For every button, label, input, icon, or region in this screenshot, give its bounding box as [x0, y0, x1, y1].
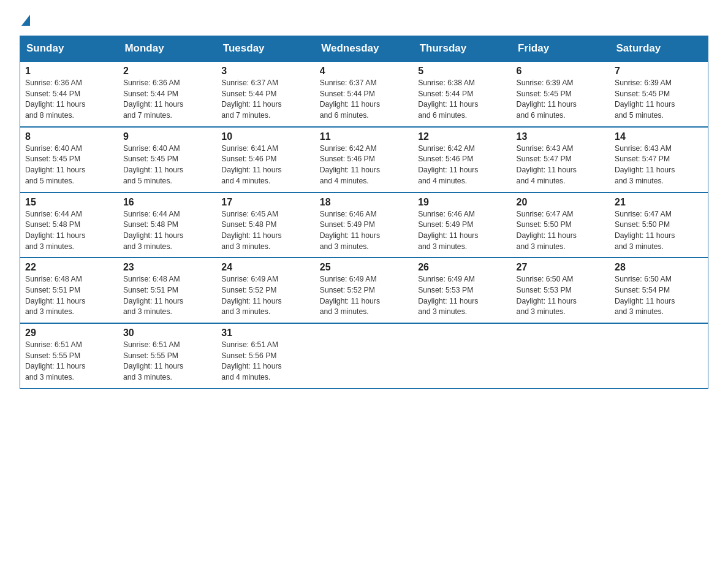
calendar-cell: 24Sunrise: 6:49 AMSunset: 5:52 PMDayligh… [216, 258, 314, 323]
day-info: Sunrise: 6:49 AMSunset: 5:52 PMDaylight:… [320, 275, 380, 316]
day-info: Sunrise: 6:50 AMSunset: 5:53 PMDaylight:… [517, 275, 577, 316]
calendar-cell: 25Sunrise: 6:49 AMSunset: 5:52 PMDayligh… [315, 258, 413, 323]
day-number: 23 [123, 262, 211, 273]
day-number: 18 [320, 197, 408, 208]
calendar-cell [315, 323, 413, 388]
calendar-cell: 30Sunrise: 6:51 AMSunset: 5:55 PMDayligh… [118, 323, 216, 388]
day-info: Sunrise: 6:37 AMSunset: 5:44 PMDaylight:… [221, 79, 281, 120]
calendar-cell: 7Sunrise: 6:39 AMSunset: 5:45 PMDaylight… [610, 61, 708, 127]
day-number: 13 [517, 131, 605, 142]
day-number: 5 [418, 66, 506, 77]
day-header-friday: Friday [512, 36, 610, 62]
day-info: Sunrise: 6:47 AMSunset: 5:50 PMDaylight:… [517, 210, 577, 251]
day-number: 2 [123, 66, 211, 77]
day-header-sunday: Sunday [20, 36, 118, 62]
calendar-cell: 31Sunrise: 6:51 AMSunset: 5:56 PMDayligh… [216, 323, 314, 388]
day-info: Sunrise: 6:49 AMSunset: 5:53 PMDaylight:… [418, 275, 478, 316]
calendar-week-row: 29Sunrise: 6:51 AMSunset: 5:55 PMDayligh… [20, 323, 708, 388]
day-info: Sunrise: 6:43 AMSunset: 5:47 PMDaylight:… [517, 144, 577, 185]
day-number: 8 [25, 131, 113, 142]
day-number: 25 [320, 262, 408, 273]
day-number: 19 [418, 197, 506, 208]
day-number: 9 [123, 131, 211, 142]
calendar-cell: 16Sunrise: 6:44 AMSunset: 5:48 PMDayligh… [118, 193, 216, 258]
calendar-cell: 22Sunrise: 6:48 AMSunset: 5:51 PMDayligh… [20, 258, 118, 323]
page-header [20, 15, 708, 25]
calendar-week-row: 15Sunrise: 6:44 AMSunset: 5:48 PMDayligh… [20, 193, 708, 258]
day-info: Sunrise: 6:43 AMSunset: 5:47 PMDaylight:… [615, 144, 675, 185]
day-number: 28 [615, 262, 703, 273]
day-info: Sunrise: 6:51 AMSunset: 5:55 PMDaylight:… [25, 340, 85, 381]
calendar-week-row: 1Sunrise: 6:36 AMSunset: 5:44 PMDaylight… [20, 61, 708, 127]
day-info: Sunrise: 6:50 AMSunset: 5:54 PMDaylight:… [615, 275, 675, 316]
calendar-cell: 27Sunrise: 6:50 AMSunset: 5:53 PMDayligh… [512, 258, 610, 323]
day-number: 27 [517, 262, 605, 273]
calendar-cell: 13Sunrise: 6:43 AMSunset: 5:47 PMDayligh… [512, 127, 610, 193]
day-info: Sunrise: 6:47 AMSunset: 5:50 PMDaylight:… [615, 210, 675, 251]
day-number: 4 [320, 66, 408, 77]
day-info: Sunrise: 6:38 AMSunset: 5:44 PMDaylight:… [418, 79, 478, 120]
day-info: Sunrise: 6:42 AMSunset: 5:46 PMDaylight:… [418, 144, 478, 185]
calendar-cell: 2Sunrise: 6:36 AMSunset: 5:44 PMDaylight… [118, 61, 216, 127]
day-number: 3 [221, 66, 309, 77]
calendar-cell: 23Sunrise: 6:48 AMSunset: 5:51 PMDayligh… [118, 258, 216, 323]
day-header-saturday: Saturday [610, 36, 708, 62]
day-number: 30 [123, 327, 211, 339]
day-number: 22 [25, 262, 113, 273]
day-number: 17 [221, 197, 309, 208]
calendar-week-row: 8Sunrise: 6:40 AMSunset: 5:45 PMDaylight… [20, 127, 708, 193]
calendar-cell: 4Sunrise: 6:37 AMSunset: 5:44 PMDaylight… [315, 61, 413, 127]
day-number: 21 [615, 197, 703, 208]
day-info: Sunrise: 6:44 AMSunset: 5:48 PMDaylight:… [25, 210, 85, 251]
day-info: Sunrise: 6:51 AMSunset: 5:55 PMDaylight:… [123, 340, 183, 381]
day-info: Sunrise: 6:46 AMSunset: 5:49 PMDaylight:… [320, 210, 380, 251]
day-info: Sunrise: 6:37 AMSunset: 5:44 PMDaylight:… [320, 79, 380, 120]
day-info: Sunrise: 6:45 AMSunset: 5:48 PMDaylight:… [221, 210, 281, 251]
calendar-cell: 28Sunrise: 6:50 AMSunset: 5:54 PMDayligh… [610, 258, 708, 323]
calendar-cell: 12Sunrise: 6:42 AMSunset: 5:46 PMDayligh… [413, 127, 511, 193]
calendar-cell: 21Sunrise: 6:47 AMSunset: 5:50 PMDayligh… [610, 193, 708, 258]
day-header-monday: Monday [118, 36, 216, 62]
logo-triangle-icon [21, 15, 30, 26]
calendar-cell: 6Sunrise: 6:39 AMSunset: 5:45 PMDaylight… [512, 61, 610, 127]
calendar-cell: 3Sunrise: 6:37 AMSunset: 5:44 PMDaylight… [216, 61, 314, 127]
day-info: Sunrise: 6:39 AMSunset: 5:45 PMDaylight:… [615, 79, 675, 120]
day-number: 10 [221, 131, 309, 142]
calendar-cell [610, 323, 708, 388]
day-info: Sunrise: 6:49 AMSunset: 5:52 PMDaylight:… [221, 275, 281, 316]
day-number: 11 [320, 131, 408, 142]
day-info: Sunrise: 6:41 AMSunset: 5:46 PMDaylight:… [221, 144, 281, 185]
day-number: 12 [418, 131, 506, 142]
calendar-cell: 10Sunrise: 6:41 AMSunset: 5:46 PMDayligh… [216, 127, 314, 193]
calendar-cell: 9Sunrise: 6:40 AMSunset: 5:45 PMDaylight… [118, 127, 216, 193]
day-number: 15 [25, 197, 113, 208]
day-number: 31 [221, 327, 309, 339]
day-info: Sunrise: 6:40 AMSunset: 5:45 PMDaylight:… [123, 144, 183, 185]
day-info: Sunrise: 6:44 AMSunset: 5:48 PMDaylight:… [123, 210, 183, 251]
calendar-cell: 14Sunrise: 6:43 AMSunset: 5:47 PMDayligh… [610, 127, 708, 193]
day-info: Sunrise: 6:48 AMSunset: 5:51 PMDaylight:… [123, 275, 183, 316]
day-number: 16 [123, 197, 211, 208]
day-number: 14 [615, 131, 703, 142]
calendar-cell: 26Sunrise: 6:49 AMSunset: 5:53 PMDayligh… [413, 258, 511, 323]
calendar-cell: 20Sunrise: 6:47 AMSunset: 5:50 PMDayligh… [512, 193, 610, 258]
calendar-cell: 15Sunrise: 6:44 AMSunset: 5:48 PMDayligh… [20, 193, 118, 258]
calendar-cell [413, 323, 511, 388]
day-info: Sunrise: 6:42 AMSunset: 5:46 PMDaylight:… [320, 144, 380, 185]
calendar-cell: 29Sunrise: 6:51 AMSunset: 5:55 PMDayligh… [20, 323, 118, 388]
day-number: 26 [418, 262, 506, 273]
day-header-thursday: Thursday [413, 36, 511, 62]
calendar-cell: 11Sunrise: 6:42 AMSunset: 5:46 PMDayligh… [315, 127, 413, 193]
logo-general [20, 15, 30, 25]
day-number: 29 [25, 327, 113, 339]
day-number: 1 [25, 66, 113, 77]
logo [20, 15, 30, 25]
calendar-cell: 5Sunrise: 6:38 AMSunset: 5:44 PMDaylight… [413, 61, 511, 127]
day-number: 24 [221, 262, 309, 273]
day-info: Sunrise: 6:40 AMSunset: 5:45 PMDaylight:… [25, 144, 85, 185]
day-info: Sunrise: 6:39 AMSunset: 5:45 PMDaylight:… [517, 79, 577, 120]
calendar-table: SundayMondayTuesdayWednesdayThursdayFrid… [20, 36, 708, 389]
day-info: Sunrise: 6:36 AMSunset: 5:44 PMDaylight:… [25, 79, 85, 120]
calendar-cell: 8Sunrise: 6:40 AMSunset: 5:45 PMDaylight… [20, 127, 118, 193]
calendar-cell: 18Sunrise: 6:46 AMSunset: 5:49 PMDayligh… [315, 193, 413, 258]
